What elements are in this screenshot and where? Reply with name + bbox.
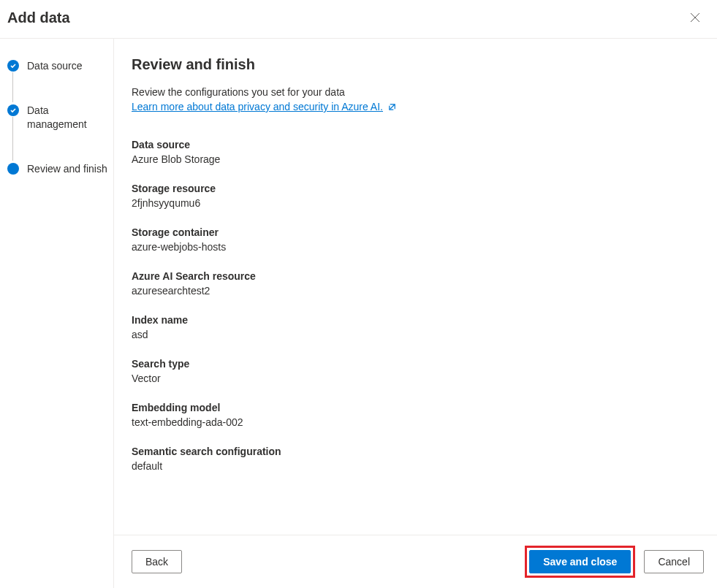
step-done-icon [7,104,19,116]
dialog-title: Add data [7,9,70,26]
wizard-main: Review and finish Review the configurati… [114,39,717,588]
field-label: Search type [132,358,702,370]
close-button[interactable] [685,7,705,28]
step-current-icon [7,163,19,175]
dialog-header: Add data [0,0,717,39]
cancel-button[interactable]: Cancel [644,550,704,573]
field-storage-resource: Storage resource 2fjnhsyyqumu6 [132,183,702,209]
wizard-step-label: Data management [27,104,107,131]
page-heading: Review and finish [132,56,702,73]
wizard-step-data-source[interactable]: Data source [7,59,107,104]
step-done-icon [7,60,19,72]
field-semantic-config: Semantic search configuration default [132,446,702,472]
wizard-steps-sidebar: Data source Data management Review and f… [0,39,114,588]
field-value: Azure Blob Storage [132,153,702,165]
field-label: Data source [132,139,702,150]
field-value: default [132,460,702,472]
wizard-footer: Back Save and close Cancel [114,535,717,588]
intro-text: Review the configurations you set for yo… [132,86,702,98]
field-storage-container: Storage container azure-webjobs-hosts [132,226,702,253]
wizard-step-label: Review and finish [27,162,107,176]
field-data-source: Data source Azure Blob Storage [132,139,702,165]
learn-more-link[interactable]: Learn more about data privacy and securi… [132,101,397,112]
field-label: Azure AI Search resource [132,270,702,282]
field-ai-search-resource: Azure AI Search resource azuresearchtest… [132,270,702,297]
field-value: Vector [132,373,702,384]
field-label: Storage resource [132,183,702,194]
step-connector [12,72,13,102]
review-fields: Data source Azure Blob Storage Storage r… [132,139,702,472]
step-connector [12,117,13,161]
field-label: Embedding model [132,402,702,413]
field-value: text-embedding-ada-002 [132,416,702,428]
field-label: Storage container [132,226,702,238]
field-label: Semantic search configuration [132,446,702,457]
close-icon [690,12,700,23]
wizard-step-data-management[interactable]: Data management [7,104,107,162]
save-button-highlight: Save and close [525,546,635,578]
wizard-step-review-finish[interactable]: Review and finish [7,162,107,176]
field-embedding-model: Embedding model text-embedding-ada-002 [132,402,702,428]
footer-left: Back [132,550,182,573]
field-search-type: Search type Vector [132,358,702,384]
learn-more-label: Learn more about data privacy and securi… [132,101,383,112]
external-link-icon [387,102,397,112]
back-button[interactable]: Back [132,550,182,573]
save-and-close-button[interactable]: Save and close [529,550,631,573]
field-index-name: Index name asd [132,314,702,340]
wizard-steps-list: Data source Data management Review and f… [7,59,107,176]
review-content: Review and finish Review the configurati… [114,39,717,535]
wizard-step-label: Data source [27,59,82,73]
footer-right: Save and close Cancel [525,546,704,578]
dialog-body: Data source Data management Review and f… [0,39,717,588]
field-label: Index name [132,314,702,326]
field-value: 2fjnhsyyqumu6 [132,197,702,209]
field-value: azure-webjobs-hosts [132,241,702,253]
field-value: azuresearchtest2 [132,285,702,297]
field-value: asd [132,329,702,340]
